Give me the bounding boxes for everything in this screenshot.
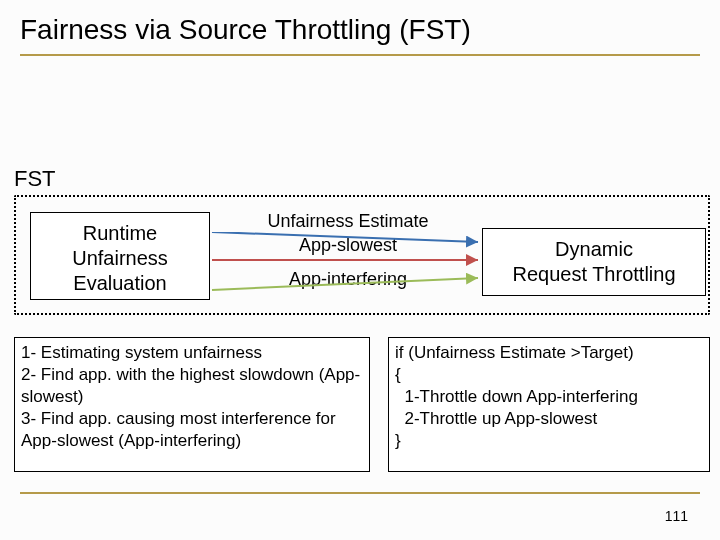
page-number: 111 xyxy=(665,508,688,524)
dynamic-line1: Dynamic xyxy=(483,237,705,262)
fst-label: FST xyxy=(14,166,56,192)
runtime-line2: Unfairness xyxy=(31,246,209,271)
arrow-app-interfering xyxy=(212,278,478,290)
title-rule xyxy=(20,54,700,56)
runtime-evaluation-box: Runtime Unfairness Evaluation xyxy=(30,212,210,300)
bottom-rule xyxy=(20,492,700,494)
dynamic-throttling-box: Dynamic Request Throttling xyxy=(482,228,706,296)
dynamic-line2: Request Throttling xyxy=(483,262,705,287)
mid-label-1: Unfairness Estimate xyxy=(232,210,464,233)
arrows xyxy=(210,232,484,302)
evaluation-steps-box: 1- Estimating system unfairness 2- Find … xyxy=(14,337,370,472)
runtime-line3: Evaluation xyxy=(31,271,209,296)
throttling-logic-box: if (Unfairness Estimate >Target) { 1-Thr… xyxy=(388,337,710,472)
runtime-line1: Runtime xyxy=(31,221,209,246)
slide-title: Fairness via Source Throttling (FST) xyxy=(0,0,720,54)
arrow-unfairness-estimate xyxy=(212,232,478,242)
